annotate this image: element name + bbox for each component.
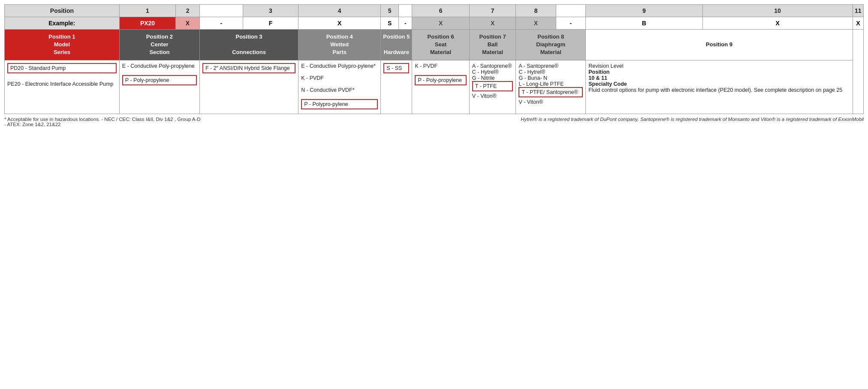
pos7-item-t: T - PTFE — [472, 81, 513, 91]
content-pos1: PD20 - Standard Pump PE20 - Electronic I… — [5, 60, 120, 114]
footer-left: * Acceptable for use in hazardous locati… — [4, 117, 201, 127]
pos4-item-e: E - Conductive Polypro-pylene* — [301, 63, 376, 69]
pos-num-10: 10 — [702, 5, 853, 17]
pos8-item-a: A - Santoprene® — [518, 63, 558, 69]
pos6-item-k: K - PVDF — [415, 63, 437, 69]
pos-num-2: 2 — [176, 5, 200, 17]
pos-num-5: 5 — [381, 5, 399, 17]
example-val-x11: X — [853, 17, 863, 30]
example-val-x7: X — [469, 17, 516, 30]
pos8-item-c: C - Hytrel® — [518, 69, 545, 75]
pos-num-4: 4 — [298, 5, 381, 17]
header-pos9: Position 9 — [586, 30, 853, 60]
pos9-revision-label: Revision Level — [588, 63, 623, 69]
section-header-row: Position 1ModelSeries Position 2CenterSe… — [5, 30, 864, 60]
pos-num-blank3 — [556, 5, 586, 17]
example-val-dash3: - — [556, 17, 586, 30]
example-val-x4: X — [298, 17, 381, 30]
example-val-b: B — [586, 17, 702, 30]
pos-num-7: 7 — [469, 5, 516, 17]
content-pos7: A - Santoprene® C - Hytrel® G - Nitrile … — [469, 60, 516, 114]
footer-right-text: Hytrel® is a registered trademark of DuP… — [521, 117, 864, 122]
example-val-f: F — [243, 17, 298, 30]
pos-num-6: 6 — [412, 5, 469, 17]
pos9-description: Fluid control options for pump with elec… — [588, 87, 842, 93]
content-pos8: A - Santoprene® C - Hytrel® G - Buna- N … — [516, 60, 586, 114]
example-val-dash1: - — [199, 17, 243, 30]
content-pos3: F - 2″ ANSI/DIN Hybrid Side Flange — [199, 60, 298, 114]
pos1-item-pd20: PD20 - Standard Pump — [7, 63, 117, 73]
pos7-item-v: V - Viton® — [472, 93, 497, 99]
pos4-item-p: P - Polypro-pylene — [301, 99, 378, 109]
pos9-pos-numbers: 10 & 11 — [588, 75, 607, 81]
content-pos9: Revision Level Position 10 & 11 Specialt… — [586, 60, 853, 114]
example-val-s: S — [381, 17, 399, 30]
content-pos6: K - PVDF P - Poly-propylene — [412, 60, 469, 114]
pos9-specialty-label: Specialty Code — [588, 81, 627, 87]
header-pos8: Position 8DiaphragmMaterial — [516, 30, 586, 60]
example-row: Example: PX20 X - F X S - X X X - B X X — [5, 17, 864, 30]
pos-num-blank2 — [399, 5, 412, 17]
position-label: Position — [5, 5, 120, 17]
content-pos5: S - SS — [381, 60, 412, 114]
example-val-x10: X — [702, 17, 853, 30]
pos2-item-p: P - Poly-propylene — [122, 75, 197, 85]
pos-num-9: 9 — [586, 5, 702, 17]
header-pos4: Position 4WettedParts — [298, 30, 381, 60]
pos2-item-e: E - Conductive Poly-propylene — [122, 63, 195, 69]
content-row: PD20 - Standard Pump PE20 - Electronic I… — [5, 60, 864, 114]
pos-num-11: 11 — [853, 5, 863, 17]
example-val-x6: X — [412, 17, 469, 30]
pos8-item-g: G - Buna- N — [518, 75, 547, 81]
header-pos6: Position 6SeatMaterial — [412, 30, 469, 60]
example-val-px20: PX20 — [119, 17, 175, 30]
content-pos4: E - Conductive Polypro-pylene* K - PVDF … — [298, 60, 381, 114]
example-val-dash2: - — [399, 17, 412, 30]
pos1-item-pe20: PE20 - Electronic Interface Accessible P… — [7, 81, 113, 87]
pos7-item-g: G - Nitrile — [472, 75, 495, 81]
pos3-item-f: F - 2″ ANSI/DIN Hybrid Side Flange — [202, 63, 295, 73]
footer-left-line2: - ATEX: Zone 1&2, 21&22 — [4, 122, 60, 127]
header-pos5: Position 5Hardware — [381, 30, 412, 60]
example-val-x8: X — [516, 17, 556, 30]
pos5-item-s: S - SS — [383, 63, 409, 73]
pos4-item-k: K - PVDF — [301, 75, 324, 81]
pos7-item-c: C - Hytrel® — [472, 69, 499, 75]
content-pos2: E - Conductive Poly-propylene P - Poly-p… — [119, 60, 199, 114]
header-pos1: Position 1ModelSeries — [5, 30, 120, 60]
pos6-item-p: P - Poly-propylene — [415, 75, 466, 85]
footer-right: Hytrel® is a registered trademark of DuP… — [521, 117, 864, 127]
pos7-item-a: A - Santoprene® — [472, 63, 512, 69]
pos-num-3: 3 — [243, 5, 298, 17]
pos-num-blank1 — [199, 5, 243, 17]
pos-num-1: 1 — [119, 5, 175, 17]
pos8-item-t: T - PTFE/ Santoprene® — [518, 87, 583, 97]
example-label: Example: — [5, 17, 120, 30]
pos4-item-n: N - Conductive PVDF* — [301, 87, 354, 93]
pos8-item-v: V - Viton® — [518, 99, 543, 105]
footer-notes: * Acceptable for use in hazardous locati… — [4, 117, 864, 127]
position-row: Position 1 2 3 4 5 6 7 8 9 10 11 — [5, 5, 864, 17]
pos8-item-l: L - Long-Life PTFE — [518, 81, 564, 87]
header-pos2: Position 2CenterSection — [119, 30, 199, 60]
pos9-pos-label: Position — [588, 69, 609, 75]
pos-num-8: 8 — [516, 5, 556, 17]
footer-left-line1: * Acceptable for use in hazardous locati… — [4, 117, 201, 122]
example-val-x2: X — [176, 17, 200, 30]
header-pos3: Position 3Connections — [199, 30, 298, 60]
header-pos7: Position 7BallMaterial — [469, 30, 516, 60]
